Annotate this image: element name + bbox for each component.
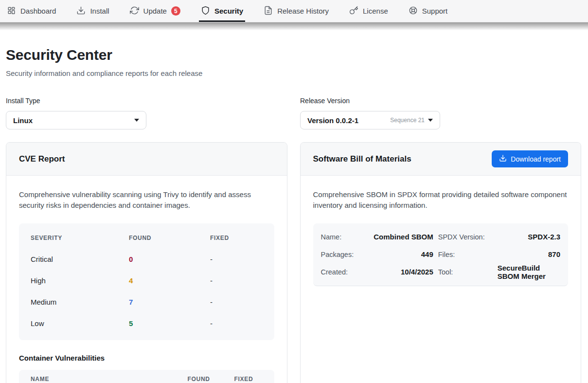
detail-value: Combined SBOM (371, 228, 433, 246)
severity-label: Critical (31, 255, 129, 263)
fixed-count: - (210, 319, 263, 328)
severity-table-header: SEVERITY FOUND FIXED (31, 227, 263, 249)
severity-label: Medium (31, 298, 129, 306)
download-icon (499, 154, 507, 164)
severity-label: High (31, 276, 129, 285)
sbom-card: Software Bill of Materials Download repo… (300, 142, 582, 383)
column-header-name: Name (31, 376, 188, 383)
nav-tab-label: License (363, 7, 388, 15)
shield-icon (201, 6, 210, 17)
column-header-found: FOUND (129, 235, 210, 241)
release-version-label: Release Version (300, 97, 440, 105)
severity-label: Low (31, 319, 129, 328)
nav-tab-release-history[interactable]: Release History (264, 0, 329, 22)
detail-label: Created: (321, 263, 366, 281)
nav-tab-label: Support (422, 7, 448, 15)
detail-value: 449 (371, 246, 433, 263)
found-count: 5 (129, 319, 210, 328)
sbom-details: Name: Combined SBOM SPDX Version: SPDX-2… (313, 223, 569, 286)
release-version-select[interactable]: Version 0.0.2-1 Sequence 21 (300, 111, 440, 129)
update-count-badge: 5 (171, 6, 180, 16)
install-type-value: Linux (13, 116, 33, 125)
page-subtitle: Security information and compliance repo… (6, 69, 581, 77)
detail-label: Packages: (321, 246, 366, 263)
nav-tab-security[interactable]: Security (201, 0, 243, 22)
download-icon (76, 6, 86, 17)
release-version-value: Version 0.0.2-1 (307, 116, 358, 125)
table-row-high: High 4 - (31, 270, 263, 292)
detail-value: 10/4/2025 (371, 263, 433, 281)
nav-tab-dashboard[interactable]: Dashboard (7, 0, 56, 22)
detail-label: Tool: (438, 263, 493, 281)
chevron-down-icon (428, 119, 433, 122)
found-count: 0 (129, 255, 210, 263)
column-header-fixed: Fixed (234, 376, 263, 383)
document-icon (264, 6, 273, 17)
download-report-button[interactable]: Download report (492, 150, 568, 167)
page-title: Security Center (6, 47, 581, 63)
nav-tab-label: Update (143, 7, 167, 15)
detail-value: SecureBuild SBOM Merger (498, 263, 560, 281)
nav-tab-install[interactable]: Install (76, 0, 109, 22)
nav-tab-license[interactable]: License (349, 0, 388, 22)
sbom-description: Comprehensive SBOM in SPDX format provid… (313, 189, 569, 211)
nav-tab-label: Security (214, 7, 243, 15)
cve-report-description: Comprehensive vulnerability scanning usi… (19, 189, 274, 211)
found-count: 7 (129, 298, 210, 306)
lifebuoy-icon (409, 6, 418, 17)
top-nav: Dashboard Install Update 5 Security Rele… (0, 0, 588, 22)
download-report-label: Download report (511, 155, 561, 163)
found-count: 4 (129, 276, 210, 285)
filters-row: Install Type Linux Release Version Versi… (6, 97, 581, 129)
install-type-label: Install Type (6, 97, 146, 105)
detail-value: SPDX-2.3 (498, 228, 560, 246)
detail-label: Files: (438, 246, 493, 263)
nav-tab-update[interactable]: Update 5 (130, 0, 180, 22)
table-row-medium: Medium 7 - (31, 292, 263, 313)
main-content: Security Center Security information and… (0, 47, 588, 383)
nav-tab-support[interactable]: Support (409, 0, 448, 22)
key-icon (349, 6, 358, 17)
cve-report-title: CVE Report (19, 154, 65, 164)
chevron-down-icon (134, 119, 139, 122)
fixed-count: - (210, 276, 263, 285)
table-row-critical: Critical 0 - (31, 249, 263, 270)
column-header-found: Found (188, 376, 234, 383)
refresh-icon (130, 6, 139, 17)
install-type-select[interactable]: Linux (6, 111, 146, 129)
nav-tab-label: Install (90, 7, 109, 15)
detail-value: 870 (498, 246, 560, 263)
column-header-fixed: FIXED (210, 235, 263, 241)
container-vulnerabilities-header: Name Found Fixed (19, 370, 274, 383)
detail-label: SPDX Version: (438, 228, 493, 246)
nav-tab-label: Dashboard (20, 7, 56, 15)
dashboard-grid-icon (7, 6, 16, 17)
table-row-low: Low 5 - (31, 313, 263, 334)
nav-tab-label: Release History (277, 7, 329, 15)
severity-table: SEVERITY FOUND FIXED Critical 0 - High 4… (19, 223, 274, 340)
container-vulnerabilities-title: Container Vulnerabilities (19, 354, 274, 362)
nav-shadow (0, 22, 588, 30)
fixed-count: - (210, 298, 263, 306)
fixed-count: - (210, 255, 263, 263)
column-header-severity: SEVERITY (31, 235, 129, 241)
sbom-title: Software Bill of Materials (313, 154, 411, 164)
detail-label: Name: (321, 228, 366, 246)
sequence-label: Sequence 21 (390, 117, 425, 124)
cve-report-card: CVE Report Comprehensive vulnerability s… (6, 142, 287, 383)
